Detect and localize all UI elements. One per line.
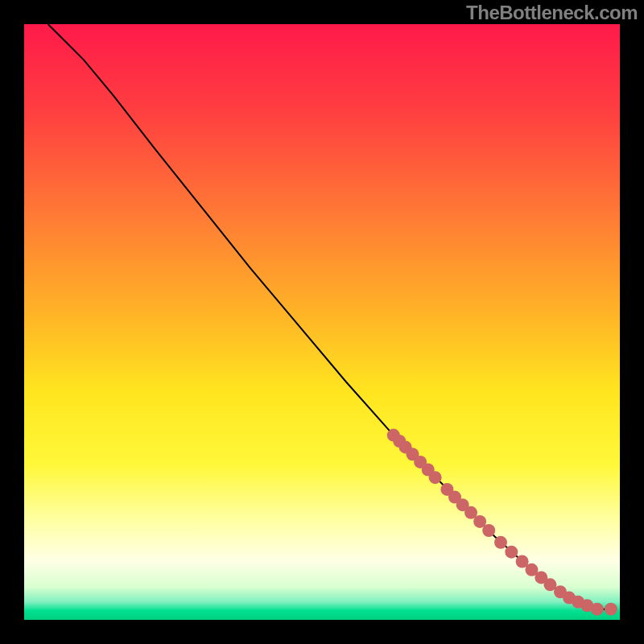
data-marker: [505, 546, 518, 559]
gradient-background: [24, 24, 620, 620]
data-marker: [591, 603, 604, 616]
data-marker: [494, 536, 507, 549]
data-marker: [429, 471, 442, 484]
chart-svg: [24, 24, 620, 620]
chart-stage: TheBottleneck.com: [0, 0, 644, 644]
data-marker: [605, 603, 617, 616]
plot-area: [24, 24, 620, 620]
watermark-text: TheBottleneck.com: [466, 2, 638, 24]
data-marker: [482, 524, 495, 537]
